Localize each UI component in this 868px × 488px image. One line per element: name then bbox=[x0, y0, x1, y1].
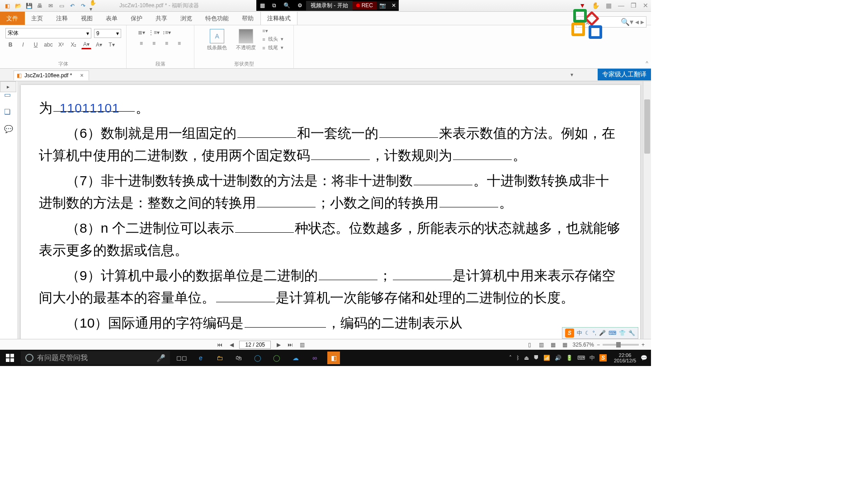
ime-tool-icon[interactable]: 🔧 bbox=[628, 330, 635, 336]
tab-browse[interactable]: 浏览 bbox=[174, 12, 199, 25]
line-spacing-button[interactable]: ↕≡▾ bbox=[162, 28, 172, 37]
action-center-icon[interactable]: 💬 bbox=[641, 355, 647, 361]
tray-defender-icon[interactable]: ⛊ bbox=[533, 355, 539, 361]
pages-icon[interactable]: ❏ bbox=[4, 108, 13, 117]
tray-sogou-icon[interactable]: S bbox=[599, 354, 607, 361]
app1-icon[interactable]: ◯ bbox=[251, 352, 264, 364]
tray-keyboard-icon[interactable]: ⌨ bbox=[577, 355, 585, 361]
opacity-button[interactable]: 不透明度 bbox=[233, 28, 259, 52]
char-spacing-button[interactable]: T▾ bbox=[107, 40, 117, 49]
tab-view[interactable]: 视图 bbox=[75, 12, 99, 25]
mic-icon[interactable]: 🎤 bbox=[156, 354, 165, 362]
last-page-button[interactable]: ⏭ bbox=[286, 342, 294, 348]
open-icon[interactable]: 📂 bbox=[14, 1, 23, 10]
translate-button[interactable]: 专家级人工翻译 bbox=[598, 69, 651, 80]
cortana-search[interactable]: 有问题尽管问我 🎤 bbox=[21, 351, 170, 365]
close-icon[interactable]: ✕ bbox=[643, 2, 648, 9]
mail-icon[interactable]: ✉ bbox=[46, 1, 55, 10]
minimize-icon[interactable]: — bbox=[618, 2, 624, 9]
numbering-button[interactable]: ⋮≡▾ bbox=[149, 28, 159, 37]
recorder-settings-icon[interactable]: ⚙ bbox=[294, 2, 306, 9]
line-color-button[interactable]: A线条颜色 bbox=[204, 28, 230, 52]
store-icon[interactable]: 🛍 bbox=[232, 352, 245, 364]
tray-clock[interactable]: 22:06 2016/12/5 bbox=[614, 352, 636, 363]
view-single-icon[interactable]: ▯ bbox=[526, 342, 534, 348]
ime-lang[interactable]: 中 bbox=[577, 329, 582, 337]
sogou-logo-icon[interactable]: S bbox=[565, 328, 574, 338]
superscript-button[interactable]: X² bbox=[56, 40, 66, 49]
undo-icon[interactable]: ↶ bbox=[68, 1, 77, 10]
pdf-page[interactable]: 为11011101。 （6）数制就是用一组固定的和一套统一的来表示数值的方法。例… bbox=[21, 85, 640, 346]
redo-icon[interactable]: ↷ bbox=[79, 1, 88, 10]
scrollbar-thumb[interactable] bbox=[644, 99, 650, 154]
save-icon[interactable]: 💾 bbox=[24, 1, 33, 10]
italic-button[interactable]: I bbox=[18, 40, 28, 49]
align-justify-button[interactable]: ≡ bbox=[175, 39, 184, 48]
view-facing-icon[interactable]: ▦ bbox=[549, 342, 557, 348]
zoom-in-button[interactable]: + bbox=[642, 342, 645, 348]
search-prev-icon[interactable]: ◂ bbox=[635, 18, 639, 26]
reading-mode-icon[interactable]: ▥ bbox=[298, 342, 306, 348]
search-icon[interactable]: 🔍▾ bbox=[621, 18, 633, 26]
zoom-slider[interactable] bbox=[603, 344, 639, 346]
new-icon[interactable]: ▭ bbox=[57, 1, 66, 10]
tab-comment[interactable]: 注释 bbox=[50, 12, 75, 25]
screenshot-icon[interactable]: 📷 bbox=[377, 1, 389, 9]
bold-button[interactable]: B bbox=[5, 40, 15, 49]
skin-icon[interactable]: ▼ bbox=[579, 2, 585, 9]
recorder-menu-icon[interactable]: ▦ bbox=[256, 2, 269, 9]
view-continuous-icon[interactable]: ▥ bbox=[538, 342, 546, 348]
font-name-select[interactable]: 宋体▾ bbox=[5, 28, 91, 38]
cloud-icon[interactable]: ☁ bbox=[289, 352, 302, 364]
align-right-button[interactable]: ≡ bbox=[162, 39, 172, 48]
tab-home[interactable]: 主页 bbox=[25, 12, 50, 25]
tab-features[interactable]: 特色功能 bbox=[199, 12, 236, 25]
align-left-button[interactable]: ≡ bbox=[137, 39, 146, 48]
align-center-button[interactable]: ≡ bbox=[149, 39, 159, 48]
touch-mode-icon[interactable]: ✋ bbox=[592, 2, 599, 9]
recorder-close-icon[interactable]: ✕ bbox=[389, 1, 399, 9]
start-button[interactable] bbox=[0, 350, 20, 366]
bullets-button[interactable]: ≣▾ bbox=[137, 28, 146, 37]
record-button[interactable]: REC bbox=[353, 1, 377, 9]
task-view-icon[interactable]: ◻◻ bbox=[175, 352, 188, 364]
ime-skin-icon[interactable]: 👕 bbox=[619, 330, 626, 336]
view-continuous-facing-icon[interactable]: ▦ bbox=[561, 342, 569, 348]
strike-button[interactable]: abc bbox=[43, 40, 53, 49]
underline-button[interactable]: U bbox=[31, 40, 41, 49]
recorder-zoom-icon[interactable]: 🔍 bbox=[280, 2, 294, 9]
first-page-button[interactable]: ⏮ bbox=[216, 342, 224, 348]
document-tab[interactable]: ◧ JscZw1-10flee.pdf * × bbox=[14, 70, 89, 80]
search-next-icon[interactable]: ▸ bbox=[641, 18, 644, 26]
font-size-select[interactable]: 9▾ bbox=[94, 29, 121, 38]
tray-up-icon[interactable]: ˄ bbox=[509, 355, 512, 361]
ime-toolbar[interactable]: S 中 ☾ °, 🎤 ⌨ 👕 🔧 bbox=[562, 327, 638, 339]
tray-eject-icon[interactable]: ⏏ bbox=[524, 355, 529, 361]
prev-page-button[interactable]: ◀ bbox=[227, 342, 236, 348]
page-number-input[interactable] bbox=[239, 341, 271, 349]
ime-moon-icon[interactable]: ☾ bbox=[585, 330, 590, 336]
tab-file[interactable]: 文件 bbox=[0, 12, 25, 25]
ime-softkbd-icon[interactable]: ⌨ bbox=[609, 330, 616, 336]
print-icon[interactable]: 🖶 bbox=[35, 1, 44, 10]
font-color-button[interactable]: A▾ bbox=[81, 40, 91, 49]
explorer-icon[interactable]: 🗀 bbox=[213, 352, 226, 364]
next-page-button[interactable]: ▶ bbox=[274, 342, 283, 348]
tray-wifi-icon[interactable]: 📶 bbox=[543, 355, 550, 361]
tray-volume-icon[interactable]: 🔊 bbox=[555, 355, 561, 361]
vs-icon[interactable]: ∞ bbox=[308, 352, 321, 364]
tab-close-icon[interactable]: × bbox=[80, 72, 83, 79]
ribbon-options-icon[interactable]: ▦ bbox=[606, 2, 612, 9]
zoom-level[interactable]: 325.67% bbox=[573, 342, 594, 348]
tab-share[interactable]: 共享 bbox=[149, 12, 174, 25]
line-start-button[interactable]: ≡线头▾ bbox=[262, 36, 283, 42]
highlight-button[interactable]: A▾ bbox=[94, 40, 104, 49]
app2-icon[interactable]: ◯ bbox=[270, 352, 283, 364]
tray-bt-icon[interactable]: ᛒ bbox=[516, 355, 519, 361]
edge-icon[interactable]: e bbox=[194, 352, 207, 364]
tab-help[interactable]: 帮助 bbox=[236, 12, 260, 25]
recorder-move-icon[interactable]: ⧉ bbox=[269, 2, 280, 9]
tab-list-dropdown-icon[interactable]: ▼ bbox=[570, 72, 574, 77]
line-style-button[interactable]: ≡▾ bbox=[262, 28, 283, 34]
tray-battery-icon[interactable]: 🔋 bbox=[566, 355, 573, 361]
